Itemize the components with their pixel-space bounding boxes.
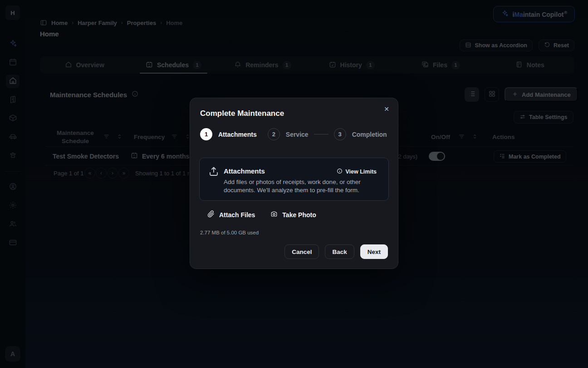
- complete-maintenance-dialog: Complete Maintenance ✕ 1 Attachments 2 S…: [190, 98, 398, 269]
- step-service[interactable]: 2 Service: [268, 128, 309, 140]
- attachment-actions: Attach Files Take Photo: [207, 210, 316, 219]
- storage-usage: 2.77 MB of 5.00 GB used: [200, 230, 259, 235]
- attach-files-button[interactable]: Attach Files: [207, 210, 255, 219]
- step-label: Service: [286, 131, 309, 138]
- take-photo-label: Take Photo: [282, 211, 316, 219]
- paperclip-icon: [207, 210, 215, 219]
- next-button[interactable]: Next: [360, 244, 388, 259]
- back-button[interactable]: Back: [325, 244, 354, 259]
- info-icon: [337, 168, 343, 175]
- camera-icon: [270, 210, 278, 219]
- step-number: 3: [334, 128, 346, 140]
- view-limits-button[interactable]: View Limits: [337, 168, 377, 175]
- view-limits-label: View Limits: [345, 169, 377, 175]
- upload-icon: [208, 166, 219, 177]
- attachments-panel-title: Attachments: [224, 167, 265, 175]
- step-label: Completion: [352, 131, 387, 138]
- step-attachments[interactable]: 1 Attachments: [200, 128, 257, 140]
- step-number: 1: [200, 128, 212, 140]
- step-number: 2: [268, 128, 280, 140]
- cancel-button[interactable]: Cancel: [284, 244, 319, 259]
- step-indicator: 1 Attachments 2 Service 3 Completion: [200, 128, 387, 140]
- attachments-panel: Attachments View Limits Add files or pho…: [199, 158, 389, 201]
- step-connector: [314, 134, 328, 134]
- attachments-description: Add files or photos of receipts, work do…: [224, 178, 367, 195]
- close-icon[interactable]: ✕: [382, 104, 392, 114]
- step-label: Attachments: [218, 131, 257, 138]
- dialog-footer: Cancel Back Next: [284, 244, 388, 259]
- take-photo-button[interactable]: Take Photo: [270, 210, 316, 219]
- attach-files-label: Attach Files: [219, 211, 255, 219]
- step-completion[interactable]: 3 Completion: [334, 128, 387, 140]
- dialog-title: Complete Maintenance: [200, 109, 284, 118]
